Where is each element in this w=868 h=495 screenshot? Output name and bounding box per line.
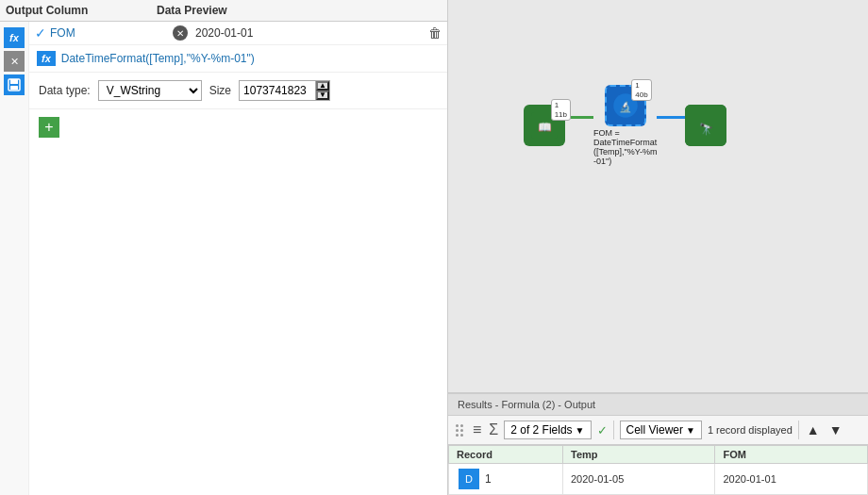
record-number: 1	[485, 472, 492, 486]
formula-node-badge: 140b	[631, 79, 651, 101]
svg-text:📖: 📖	[538, 120, 552, 134]
output-column-header: Output Column	[6, 4, 157, 17]
size-spinner: ▲ ▼	[315, 81, 329, 100]
row-indicator: D	[459, 469, 479, 489]
workflow: 📖 111b 🔬	[524, 85, 726, 166]
cell-viewer-label: Cell Viewer	[626, 423, 683, 437]
results-table: Record Temp FOM D 1 2020-01-05 2020-01-0…	[448, 445, 868, 495]
drag-handle[interactable]	[456, 424, 463, 437]
field-row: ✓ FOM ✕ 2020-01-01 🗑	[29, 22, 447, 45]
trash-icon[interactable]: 🗑	[428, 25, 442, 41]
spinner-down-btn[interactable]: ▼	[316, 91, 329, 100]
formula-node-label: FOM =DateTimeFormat([Temp],"%Y-%m-01")	[593, 128, 657, 166]
left-side-toolbar: fx ✕	[0, 22, 29, 495]
results-panel: Results - Formula (2) - Output ≡	[448, 392, 868, 495]
drag-dot	[456, 434, 459, 437]
clear-field-icon[interactable]: ✕	[173, 25, 188, 41]
formula-label: fx	[37, 51, 56, 66]
datatype-row: Data type: V_WString String Int32 Double…	[29, 73, 447, 109]
table-row: D 1 2020-01-05 2020-01-01	[449, 464, 868, 495]
size-input-wrapper: ▲ ▼	[239, 80, 330, 101]
left-panel-inner: fx ✕ ✓ FOM ✕ 2020-01-01 🗑	[0, 22, 447, 495]
fields-dropdown-arrow: ▼	[576, 425, 585, 436]
browse-node[interactable]: 🔭	[685, 105, 726, 146]
table-icon: ≡	[473, 421, 481, 438]
right-panel: 📖 111b 🔬	[448, 0, 868, 495]
record-count-label: 1 record displayed	[708, 424, 793, 436]
size-input[interactable]	[240, 82, 315, 99]
left-panel: Output Column Data Preview fx ✕ ✓ F	[0, 0, 448, 495]
fields-dropdown-button[interactable]: 2 of 2 Fields ▼	[504, 421, 591, 439]
svg-rect-1	[10, 79, 18, 84]
formula-text[interactable]: DateTimeFormat([Temp],"%Y-%m-01")	[61, 52, 440, 65]
formula-editor-row: fx DateTimeFormat([Temp],"%Y-%m-01")	[29, 45, 447, 73]
canvas-area: 📖 111b 🔬	[448, 0, 868, 392]
drag-dot	[460, 434, 463, 437]
size-label: Size	[209, 84, 231, 97]
nav-up-button[interactable]: ▲	[805, 422, 822, 437]
nav-down-button[interactable]: ▼	[827, 422, 844, 437]
datatype-label: Data type:	[39, 84, 91, 97]
toolbar-separator	[613, 421, 614, 439]
datatype-select[interactable]: V_WString String Int32 Double Date DateT…	[98, 80, 202, 101]
svg-text:🔬: 🔬	[619, 100, 632, 113]
close-icon-btn[interactable]: ✕	[4, 51, 25, 72]
drag-dot	[460, 429, 463, 432]
add-row: +	[29, 109, 447, 145]
field-name[interactable]: FOM	[50, 26, 173, 40]
check-confirm-icon[interactable]: ✓	[597, 423, 608, 437]
viewer-dropdown-arrow: ▼	[686, 425, 695, 436]
cell-viewer-button[interactable]: Cell Viewer ▼	[620, 421, 702, 439]
results-toolbar: ≡ Σ 2 of 2 Fields ▼ ✓ Cell Viewer ▼ 1 re…	[448, 416, 868, 445]
cell-temp: 2020-01-05	[563, 464, 715, 495]
drag-dot	[460, 424, 463, 427]
formula-node[interactable]: 🔬 140b FOM =DateTimeFormat([Temp],"%Y-%m…	[593, 85, 657, 166]
preview-value: 2020-01-01	[195, 26, 428, 40]
toolbar-separator-2	[798, 421, 799, 439]
browse-node-icon: 🔭	[685, 105, 726, 146]
results-header: Results - Formula (2) - Output	[448, 394, 868, 416]
sigma-icon: Σ	[489, 421, 498, 438]
left-main: ✓ FOM ✕ 2020-01-01 🗑 fx DateTimeFormat([…	[29, 22, 447, 495]
svg-text:🔭: 🔭	[699, 122, 713, 136]
save-icon-btn[interactable]	[4, 74, 25, 95]
connector-2	[657, 116, 685, 119]
input-node-badge: 111b	[551, 99, 571, 121]
col-header-record: Record	[449, 446, 563, 464]
formula-icon-btn[interactable]: fx	[4, 27, 25, 48]
cell-record: D 1	[449, 464, 563, 495]
drag-dot	[456, 429, 459, 432]
cell-fom: 2020-01-01	[715, 464, 868, 495]
fields-count-label: 2 of 2 Fields	[510, 423, 572, 437]
drag-dot	[456, 424, 459, 427]
column-header: Output Column Data Preview	[0, 0, 447, 22]
col-header-temp: Temp	[563, 446, 715, 464]
add-field-button[interactable]: +	[39, 117, 59, 138]
spinner-up-btn[interactable]: ▲	[316, 81, 329, 91]
input-node[interactable]: 📖 111b	[524, 105, 565, 146]
data-preview-header: Data Preview	[157, 4, 442, 17]
checkmark-icon[interactable]: ✓	[35, 25, 46, 41]
col-header-fom: FOM	[715, 446, 868, 464]
svg-rect-2	[10, 86, 18, 90]
